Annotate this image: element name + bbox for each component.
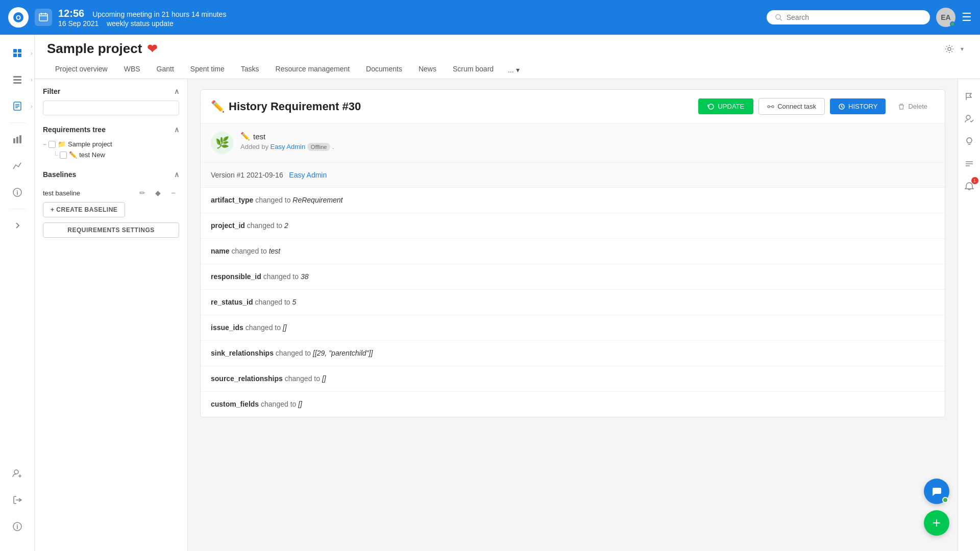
list-check-icon[interactable] [960, 155, 978, 173]
req-tree-toggle[interactable]: ∧ [174, 126, 179, 134]
sidebar-expand-btn[interactable] [5, 213, 30, 238]
baseline-actions: ✏ ◆ − [136, 187, 179, 199]
added-by-text: Added by [240, 143, 268, 151]
baselines-toggle[interactable]: ∧ [174, 170, 179, 179]
flag-icon[interactable] [960, 87, 978, 106]
author-pencil-icon: ✏️ [240, 132, 250, 141]
change-value: 38 [301, 272, 309, 281]
meeting-notice: Upcoming meeting in 21 hours 14 minutes [92, 10, 226, 18]
change-key: issue_ids [211, 323, 243, 332]
tree-checkbox[interactable] [60, 152, 67, 159]
baselines-section: Baselines ∧ test baseline ✏ ◆ − + CREATE… [43, 170, 179, 238]
change-value: 5 [292, 298, 297, 306]
delete-btn[interactable]: Delete [891, 98, 935, 114]
sidebar-item-list[interactable]: › [5, 67, 30, 92]
nav-item-documents[interactable]: Documents [358, 61, 410, 79]
svg-text:O: O [16, 14, 21, 21]
connect-task-btn[interactable]: Connect task [758, 98, 825, 115]
req-tree-header: Requirements tree ∧ [43, 126, 179, 134]
sidebar-item-grid[interactable]: › [5, 41, 30, 65]
baseline-name: test baseline [43, 189, 80, 197]
hamburger-menu[interactable]: ☰ [962, 11, 972, 24]
fab-chat-btn[interactable] [924, 479, 949, 504]
svg-rect-21 [19, 135, 21, 143]
filter-toggle[interactable]: ∧ [174, 87, 179, 95]
svg-point-24 [14, 470, 18, 474]
change-value: [] [283, 323, 287, 332]
divider [9, 122, 26, 123]
sidebar-item-logout[interactable] [5, 488, 30, 512]
search-bar[interactable] [767, 10, 930, 24]
sidebar-item-info-circle[interactable]: i [5, 180, 30, 205]
sidebar-item-info[interactable]: i [5, 514, 30, 539]
nav-item-tasks[interactable]: Tasks [233, 61, 267, 79]
baseline-edit-btn[interactable]: ✏ [136, 187, 149, 199]
update-btn[interactable]: UPDATE [698, 98, 753, 114]
sidebar-item-doc[interactable]: › [5, 94, 30, 118]
tree-collapse-icon: − [43, 141, 46, 148]
svg-point-30 [948, 47, 951, 51]
author-added-by: Added by Easy Admin Offline . [240, 143, 334, 151]
baseline-item: test baseline ✏ ◆ − [43, 184, 179, 202]
project-header-row: Sample project ❤ Project overview WBS Ga… [47, 41, 968, 79]
search-input[interactable] [787, 13, 922, 21]
app-logo[interactable]: O [8, 7, 29, 28]
change-row: name changed to test [201, 239, 945, 264]
tree-node-test[interactable]: └ ✏️ test New [43, 149, 179, 160]
nav-item-gantt[interactable]: Gantt [149, 61, 182, 79]
layout: › › › i [0, 35, 980, 551]
history-btn[interactable]: HISTORY [830, 98, 886, 114]
change-key: project_id [211, 221, 245, 230]
chevron-down-icon: ▾ [516, 66, 520, 74]
history-title-text: History Requirement #30 [229, 100, 361, 113]
project-nav: Project overview WBS Gantt Spent time Ta… [47, 61, 937, 79]
nav-item-scrum[interactable]: Scrum board [445, 61, 502, 79]
req-settings-btn[interactable]: REQUIREMENTS SETTINGS [43, 222, 179, 238]
chat-icon [931, 486, 942, 497]
delete-icon [898, 103, 905, 110]
search-icon [775, 13, 782, 21]
svg-text:i: i [16, 189, 18, 196]
tree-indent-line: └ [53, 151, 58, 159]
change-text: changed to [247, 221, 284, 230]
version-author-link[interactable]: Easy Admin [289, 171, 327, 179]
fab-add-btn[interactable]: + [924, 510, 949, 536]
baseline-diamond-btn[interactable]: ◆ [152, 187, 164, 199]
nav-item-news[interactable]: News [410, 61, 445, 79]
nav-item-more[interactable]: ... ▾ [502, 62, 526, 78]
lightbulb-icon[interactable] [960, 132, 978, 151]
avatar[interactable]: EA [936, 8, 955, 27]
tree-checkbox[interactable] [48, 141, 56, 148]
change-value: [[29, "parentchild"]] [313, 349, 373, 357]
calendar-icon[interactable] [35, 9, 52, 26]
change-text: changed to [261, 400, 298, 408]
sidebar-item-chart-bar[interactable] [5, 127, 30, 152]
tree-node-sample[interactable]: − 📁 Sample project [43, 139, 179, 149]
change-value: 2 [284, 221, 288, 230]
sidebar-item-add-user[interactable] [5, 461, 30, 486]
nav-item-spent-time[interactable]: Spent time [182, 61, 233, 79]
author-link[interactable]: Easy Admin [271, 143, 306, 151]
nav-item-overview[interactable]: Project overview [47, 61, 116, 79]
online-indicator [950, 21, 955, 27]
settings-icon[interactable] [941, 41, 958, 57]
baseline-minus-btn[interactable]: − [167, 187, 179, 199]
change-key: artifact_type [211, 196, 253, 204]
avatar-initials: EA [941, 13, 950, 21]
project-title: Sample project ❤ [47, 41, 937, 57]
filter-input[interactable] [43, 101, 179, 115]
nav-item-wbs[interactable]: WBS [116, 61, 149, 79]
notification-icon[interactable]: 1 [960, 177, 978, 195]
sidebar-bottom: i [5, 461, 30, 545]
body-area: Filter ∧ Requirements tree ∧ − 📁 [35, 79, 980, 551]
user-check-icon[interactable] [960, 110, 978, 128]
sidebar-item-chart-line[interactable] [5, 154, 30, 178]
create-baseline-btn[interactable]: + CREATE BASELINE [43, 202, 125, 217]
change-text: changed to [231, 247, 268, 255]
req-tree-title: Requirements tree [43, 126, 106, 134]
tree-node-label: test New [79, 151, 105, 159]
change-text: changed to [276, 349, 313, 357]
chat-online-dot [942, 497, 948, 503]
nav-item-resource[interactable]: Resource management [267, 61, 358, 79]
requirements-tree: Requirements tree ∧ − 📁 Sample project └… [43, 126, 179, 160]
